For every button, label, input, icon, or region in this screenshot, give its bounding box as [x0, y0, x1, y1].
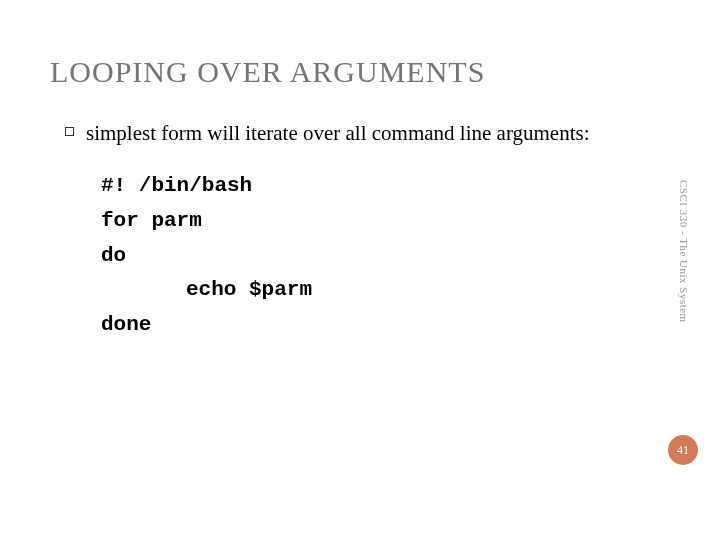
bullet-text: simplest form will iterate over all comm…: [86, 119, 590, 147]
course-label: CSCI 330 - The Unix System: [678, 180, 690, 323]
bullet-item: simplest form will iterate over all comm…: [65, 119, 670, 147]
bullet-marker: [65, 127, 74, 136]
code-line: echo $parm: [101, 273, 670, 308]
page-number: 41: [677, 443, 689, 458]
page-number-badge: 41: [668, 435, 698, 465]
code-line: done: [101, 308, 670, 343]
code-line: for parm: [101, 204, 670, 239]
slide-content: simplest form will iterate over all comm…: [50, 119, 670, 343]
code-block: #! /bin/bash for parm do echo $parm done: [65, 169, 670, 342]
code-line: #! /bin/bash: [101, 169, 670, 204]
code-line: do: [101, 239, 670, 274]
slide: LOOPING OVER ARGUMENTS simplest form wil…: [0, 0, 720, 540]
slide-title: LOOPING OVER ARGUMENTS: [50, 55, 670, 89]
